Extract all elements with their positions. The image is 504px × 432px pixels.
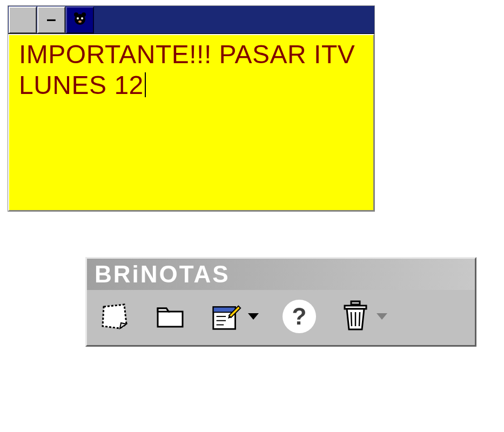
sticky-note-window: – IMPORTANTE!!! PASAR ITV LUNES 12	[8, 5, 375, 212]
delete-button[interactable]	[339, 300, 388, 333]
svg-line-14	[359, 312, 360, 326]
toolbar-title[interactable]: BRiNOTAS	[87, 259, 475, 290]
note-text[interactable]: IMPORTANTE!!! PASAR ITV LUNES 12	[19, 39, 364, 100]
help-icon: ?	[283, 300, 316, 333]
toolbar-body: ?	[87, 290, 475, 345]
bear-icon	[73, 11, 87, 29]
folder-icon	[154, 300, 187, 333]
text-cursor	[145, 72, 146, 97]
toolbar-window: BRiNOTAS	[85, 257, 476, 347]
folder-button[interactable]	[154, 300, 187, 333]
minimize-button[interactable]: –	[37, 6, 65, 33]
edit-note-button[interactable]	[210, 300, 260, 333]
svg-point-2	[75, 14, 85, 25]
svg-rect-7	[213, 307, 236, 313]
edit-note-icon	[210, 300, 244, 333]
system-button[interactable]	[9, 6, 37, 33]
dropdown-arrow-icon	[247, 312, 260, 321]
svg-point-5	[78, 21, 82, 23]
help-button[interactable]: ?	[283, 300, 316, 333]
note-body[interactable]: IMPORTANTE!!! PASAR ITV LUNES 12	[8, 34, 374, 211]
titlebar[interactable]: –	[8, 6, 374, 34]
svg-point-3	[77, 17, 79, 19]
svg-rect-11	[351, 301, 360, 305]
new-note-button[interactable]	[98, 300, 131, 333]
app-icon-button[interactable]	[66, 6, 94, 33]
note-icon	[98, 300, 131, 333]
trash-icon	[339, 300, 372, 333]
svg-point-4	[81, 17, 83, 19]
dropdown-arrow-icon	[375, 312, 388, 321]
svg-line-12	[351, 312, 352, 326]
